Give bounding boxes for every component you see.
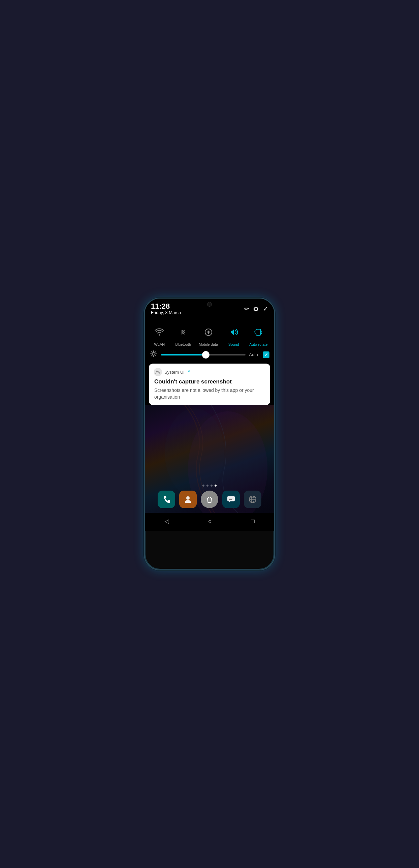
bluetooth-icon bbox=[175, 324, 191, 340]
quick-tiles-row: WLAN Bluetooth bbox=[145, 320, 274, 348]
svg-point-2 bbox=[152, 352, 155, 355]
status-time: 11:28 bbox=[151, 303, 181, 310]
notification-card[interactable]: System UI ^ Couldn't capture screenshot … bbox=[149, 364, 270, 405]
contacts-app-icon[interactable] bbox=[179, 491, 197, 508]
auto-rotate-label: Auto-rotate bbox=[249, 342, 267, 346]
svg-line-8 bbox=[155, 355, 156, 356]
phone-app-icon[interactable] bbox=[158, 491, 175, 508]
tile-wlan[interactable]: WLAN bbox=[151, 324, 167, 346]
tile-mobile-data[interactable]: Mobile data bbox=[199, 324, 218, 346]
page-dots bbox=[202, 485, 217, 487]
settings-icon[interactable]: ⚙ bbox=[253, 305, 259, 313]
auto-rotate-icon bbox=[250, 324, 266, 340]
svg-point-14 bbox=[186, 496, 190, 500]
svg-line-9 bbox=[155, 352, 156, 352]
system-ui-icon bbox=[154, 368, 162, 376]
wlan-label: WLAN bbox=[154, 342, 165, 346]
side-button-right bbox=[275, 359, 275, 379]
notification-expand-icon[interactable]: ^ bbox=[188, 369, 190, 375]
tile-bluetooth[interactable]: Bluetooth bbox=[175, 324, 191, 346]
sound-icon bbox=[226, 324, 242, 340]
brightness-icon bbox=[150, 350, 158, 360]
auto-checkbox[interactable]: ✓ bbox=[263, 351, 269, 358]
svg-line-10 bbox=[152, 355, 152, 356]
tile-auto-rotate[interactable]: Auto-rotate bbox=[249, 324, 267, 346]
mobile-data-label: Mobile data bbox=[199, 342, 218, 346]
delete-button[interactable] bbox=[201, 491, 218, 508]
brightness-slider[interactable] bbox=[161, 351, 246, 359]
svg-line-7 bbox=[152, 352, 152, 352]
page-dot-0[interactable] bbox=[202, 485, 204, 487]
quick-settings-panel: WLAN Bluetooth bbox=[145, 317, 274, 405]
mobile-data-icon bbox=[200, 324, 217, 340]
notification-app-name: System UI bbox=[164, 370, 185, 375]
home-button[interactable]: ○ bbox=[203, 517, 217, 526]
notification-body: Screenshots are not allowed by this app … bbox=[154, 387, 265, 400]
notification-title: Couldn't capture screenshot bbox=[154, 378, 265, 385]
wlan-icon bbox=[151, 324, 167, 340]
bluetooth-label: Bluetooth bbox=[175, 342, 191, 346]
collapse-icon[interactable]: ✓ bbox=[263, 305, 268, 313]
home-screen bbox=[145, 405, 274, 513]
messages-app-icon[interactable] bbox=[222, 491, 240, 508]
brightness-thumb[interactable] bbox=[202, 351, 210, 359]
page-dot-3[interactable] bbox=[215, 485, 217, 487]
notification-header: System UI ^ bbox=[154, 368, 265, 376]
tile-sound[interactable]: Sound bbox=[226, 324, 242, 346]
auto-label: Auto bbox=[249, 352, 258, 357]
app-dock bbox=[158, 491, 261, 508]
recents-button[interactable]: □ bbox=[246, 517, 259, 526]
svg-point-13 bbox=[165, 408, 224, 497]
navigation-bar: ◁ ○ □ bbox=[145, 513, 274, 531]
phone-shell: 11:28 Friday, 8 March ✏ ⚙ ✓ bbox=[144, 298, 275, 570]
svg-rect-1 bbox=[256, 329, 261, 335]
status-bar: 11:28 Friday, 8 March ✏ ⚙ ✓ bbox=[145, 299, 274, 317]
status-date: Friday, 8 March bbox=[151, 310, 181, 315]
brightness-row: Auto ✓ bbox=[145, 348, 274, 364]
camera-notch bbox=[207, 302, 212, 307]
browser-app-icon[interactable] bbox=[244, 491, 261, 508]
edit-icon[interactable]: ✏ bbox=[244, 305, 249, 312]
page-dot-2[interactable] bbox=[211, 485, 213, 487]
sound-label: Sound bbox=[228, 342, 239, 346]
back-button[interactable]: ◁ bbox=[160, 516, 174, 526]
page-dot-1[interactable] bbox=[206, 485, 208, 487]
